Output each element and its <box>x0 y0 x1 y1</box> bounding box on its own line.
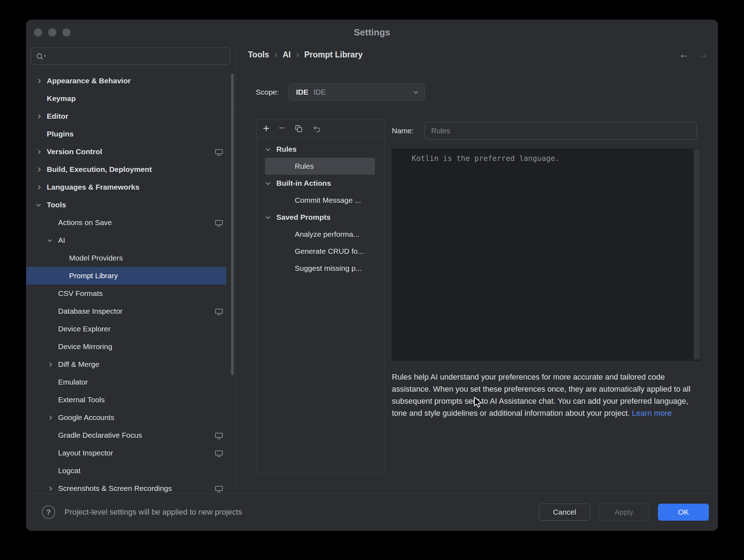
chevron-right-icon <box>36 150 41 154</box>
learn-more-link[interactable]: Learn more <box>632 409 672 418</box>
titlebar: Settings <box>26 20 718 45</box>
sidebar-item-editor[interactable]: Editor <box>26 107 236 125</box>
footer-note: Project-level settings will be applied t… <box>64 508 539 517</box>
apply-button[interactable]: Apply <box>599 504 649 521</box>
sidebar-item-languages-frameworks[interactable]: Languages & Frameworks <box>26 178 236 196</box>
sidebar-item-label: Database Inspector <box>58 307 123 315</box>
breadcrumb: Tools › AI › Prompt Library <box>248 47 363 62</box>
sidebar-item-label: Device Mirroring <box>58 342 112 351</box>
scope-label: Scope: <box>256 88 279 96</box>
scope-dropdown[interactable]: IDE IDE <box>288 83 425 101</box>
close-button[interactable] <box>34 28 42 37</box>
breadcrumb-prompt-library: Prompt Library <box>304 50 363 60</box>
prompt-item-label: Suggest missing p... <box>265 264 362 273</box>
prompt-item-commit-message[interactable]: Commit Message ... <box>265 192 375 209</box>
sidebar-item-diff-merge[interactable]: Diff & Merge <box>26 355 236 373</box>
zoom-button[interactable] <box>62 28 71 37</box>
prompt-item-label: Generate CRUD fo... <box>265 247 364 256</box>
sidebar-item-version-control[interactable]: Version Control <box>26 143 236 161</box>
sidebar-item-device-mirroring[interactable]: Device Mirroring <box>26 338 236 355</box>
settings-tree: Appearance & Behavior Keymap Editor Plug… <box>26 72 236 493</box>
help-icon[interactable]: ? <box>42 505 55 519</box>
prompt-item-analyze-performance[interactable]: Analyze performa... <box>265 226 375 243</box>
sidebar-item-prompt-library[interactable]: Prompt Library <box>26 267 226 285</box>
sidebar-item-label: Prompt Library <box>69 271 118 280</box>
chevron-right-icon <box>47 415 52 420</box>
editor-scrollbar[interactable] <box>694 149 700 359</box>
mouse-cursor <box>472 396 484 408</box>
chevron-down-icon <box>414 89 418 94</box>
prompt-group-rules[interactable]: Rules <box>257 141 384 158</box>
chevron-right-icon <box>36 79 41 83</box>
scope-value: IDE <box>313 88 326 96</box>
sidebar-item-csv-formats[interactable]: CSV Formats <box>26 285 236 302</box>
cancel-button[interactable]: Cancel <box>539 504 590 521</box>
sidebar-item-label: Keymap <box>47 94 76 103</box>
sidebar-item-keymap[interactable]: Keymap <box>26 90 236 107</box>
sidebar-item-google-accounts[interactable]: Google Accounts <box>26 409 236 426</box>
sidebar-item-tools[interactable]: Tools <box>26 196 236 214</box>
back-arrow-icon[interactable]: ← <box>679 49 689 60</box>
sidebar-item-label: Screenshots & Screen Recordings <box>58 484 172 493</box>
sidebar-item-logcat[interactable]: Logcat <box>26 462 236 480</box>
search-input[interactable] <box>31 48 230 65</box>
sidebar-item-build-execution-deployment[interactable]: Build, Execution, Deployment <box>26 161 236 178</box>
sidebar-item-external-tools[interactable]: External Tools <box>26 391 236 409</box>
sidebar-item-layout-inspector[interactable]: Layout Inspector <box>26 444 236 462</box>
sidebar-item-actions-on-save[interactable]: Actions on Save <box>26 214 236 231</box>
sidebar-item-ai[interactable]: AI <box>26 231 236 249</box>
sidebar-search[interactable] <box>30 47 230 65</box>
sidebar-item-screenshots-screen-recordings[interactable]: Screenshots & Screen Recordings <box>26 480 236 493</box>
breadcrumb-ai[interactable]: AI <box>283 50 291 60</box>
divider <box>236 108 718 109</box>
sidebar-item-label: Appearance & Behavior <box>47 77 131 85</box>
screen-icon <box>215 309 223 314</box>
sidebar-item-plugins[interactable]: Plugins <box>26 125 236 143</box>
prompt-name-input[interactable] <box>424 122 697 140</box>
prompt-editor[interactable]: Kotlin is the preferred language. <box>392 149 701 361</box>
prompt-group-saved-prompts[interactable]: Saved Prompts <box>257 209 384 226</box>
footer-bar: ? Project-level settings will be applied… <box>26 493 718 531</box>
ok-button[interactable]: OK <box>658 504 709 521</box>
prompt-item-generate-crud[interactable]: Generate CRUD fo... <box>265 243 375 260</box>
sidebar-item-label: Logcat <box>58 466 80 475</box>
sidebar-item-device-explorer[interactable]: Device Explorer <box>26 320 236 338</box>
undo-icon[interactable] <box>312 124 322 133</box>
add-icon[interactable]: + <box>263 123 270 134</box>
sidebar-scrollbar[interactable] <box>231 74 234 375</box>
sidebar-item-database-inspector[interactable]: Database Inspector <box>26 302 236 320</box>
chevron-down-icon <box>36 202 41 207</box>
sidebar-item-emulator[interactable]: Emulator <box>26 373 236 391</box>
chevron-down-icon <box>266 180 270 185</box>
sidebar-item-gradle-declarative-focus[interactable]: Gradle Declarative Focus <box>26 426 236 444</box>
main-content: Tools › AI › Prompt Library ← → Scope: I… <box>236 45 718 493</box>
prompt-item-suggest-missing[interactable]: Suggest missing p... <box>265 260 375 277</box>
screen-icon <box>215 220 223 225</box>
prompt-item-rules[interactable]: Rules <box>265 158 375 175</box>
sidebar-item-model-providers[interactable]: Model Providers <box>26 249 236 267</box>
remove-icon[interactable]: − <box>279 123 285 133</box>
prompt-item-label: Commit Message ... <box>265 196 361 205</box>
sidebar-item-label: Tools <box>47 201 66 209</box>
settings-sidebar: Appearance & Behavior Keymap Editor Plug… <box>26 45 236 493</box>
sidebar-item-label: Languages & Frameworks <box>47 183 139 191</box>
sidebar-item-appearance-behavior[interactable]: Appearance & Behavior <box>26 72 236 90</box>
prompt-group-label: Built-in Actions <box>276 179 331 187</box>
prompt-tree: Rules Rules Built-in Actions Commit Mess… <box>257 138 384 277</box>
prompt-editor-text: Kotlin is the preferred language. <box>412 154 559 163</box>
sidebar-item-label: Layout Inspector <box>58 449 113 457</box>
sidebar-item-label: CSV Formats <box>58 289 103 298</box>
sidebar-item-label: Google Accounts <box>58 413 114 422</box>
sidebar-item-label: Diff & Merge <box>58 360 99 369</box>
screen-icon <box>215 486 223 491</box>
breadcrumb-tools[interactable]: Tools <box>248 50 269 60</box>
minimize-button[interactable] <box>48 28 56 37</box>
name-label: Name: <box>392 122 414 140</box>
copy-icon[interactable] <box>294 124 303 133</box>
forward-arrow-icon[interactable]: → <box>698 49 708 60</box>
screen-icon <box>215 450 223 455</box>
prompt-group-built-in-actions[interactable]: Built-in Actions <box>257 175 384 192</box>
sidebar-item-label: Emulator <box>58 378 88 386</box>
sidebar-item-label: External Tools <box>58 396 105 404</box>
prompt-item-label: Analyze performa... <box>265 230 359 239</box>
